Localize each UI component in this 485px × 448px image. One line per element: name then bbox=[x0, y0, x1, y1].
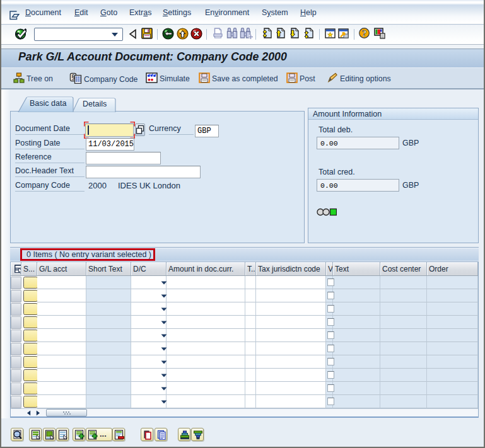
svg-text:?: ? bbox=[362, 28, 367, 38]
